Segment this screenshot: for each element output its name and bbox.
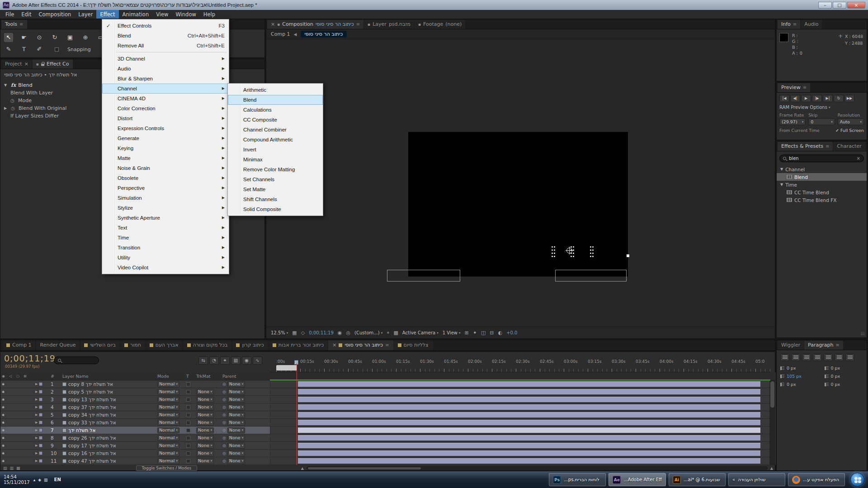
menubar-item[interactable]: Edit	[18, 10, 35, 19]
motion-blur-icon[interactable]: ◉	[242, 357, 251, 365]
timeline-horizontal-scrollbar[interactable]	[307, 466, 768, 470]
trkmat-dropdown[interactable]: None	[196, 397, 214, 403]
twirl-icon[interactable]: ▶	[35, 444, 38, 447]
effect-menu-category[interactable]: Channel ▶	[102, 84, 229, 94]
layer-duration-bar[interactable]	[298, 397, 760, 402]
layer-row[interactable]: ◉ ▶ 2 אל תשלח ידך copy 5 Normal None ◎No…	[0, 388, 776, 396]
in-out-pane-icon[interactable]: ▦	[16, 466, 20, 470]
twirl-icon[interactable]: ▶	[4, 106, 9, 110]
layer-lock-toggle[interactable]	[22, 427, 29, 434]
layer-name-cell[interactable]: אל תשלח ידך copy 34	[61, 411, 156, 418]
panel-menu-icon[interactable]: ≡	[803, 83, 807, 92]
parent-dropdown[interactable]: None	[227, 435, 245, 441]
blend-mode-dropdown[interactable]: Normal	[157, 420, 179, 426]
timeline-tab[interactable]: × כיתוב זכור ברית אבות ≡	[269, 340, 328, 350]
taskbar-illustrator-button[interactable]: Ai « ...ai* @ 6.שבועות	[669, 473, 726, 486]
layer-solo-toggle[interactable]	[15, 442, 22, 449]
taskbar-firefox-button[interactable]: « הפעלת אפקט ע...	[788, 473, 845, 486]
label-color-chip[interactable]	[39, 398, 42, 401]
channel-submenu-item[interactable]: Invert	[228, 145, 323, 155]
layer-solo-toggle[interactable]	[15, 434, 22, 441]
maximize-button[interactable]: □	[833, 2, 846, 9]
effect-menu-category[interactable]: Text ▶	[102, 223, 229, 233]
current-timecode[interactable]: 0;00;11;19	[4, 353, 56, 363]
frame-blending-icon[interactable]: ▧	[231, 357, 241, 365]
scrollbar-thumb[interactable]	[308, 467, 421, 469]
align-right-button[interactable]	[802, 354, 811, 361]
layer-lock-toggle[interactable]	[22, 380, 29, 388]
start-button[interactable]	[850, 473, 864, 487]
channel-submenu-item[interactable]: Solid Composite	[228, 204, 323, 214]
magnification-dropdown[interactable]: 12.5%▾	[271, 330, 288, 335]
effect-menu-category[interactable]: Obsolete ▶	[102, 173, 229, 183]
layer-row[interactable]: ◉ ▶ 10 אל תשלח ידך copy 16 Normal None ◎…	[0, 450, 776, 457]
parent-dropdown[interactable]: None	[227, 389, 245, 395]
play-button[interactable]: ▶	[801, 95, 811, 102]
layer-solo-toggle[interactable]	[15, 380, 22, 388]
layer-name-cell[interactable]: אל תשלח ידך copy 5	[61, 388, 156, 395]
effect-menu-category[interactable]: Blur & Sharpen ▶	[102, 74, 229, 84]
tab-tools[interactable]: Tools≡	[1, 20, 27, 29]
effect-menu-category[interactable]: Synthetic Aperture ▶	[102, 213, 229, 223]
layer-duration-bar[interactable]	[298, 458, 760, 464]
parent-dropdown[interactable]: None	[227, 381, 245, 387]
layer-solo-toggle[interactable]	[15, 411, 22, 418]
preserve-transparency-toggle[interactable]	[186, 421, 190, 425]
viewer-tab[interactable]: × ▪ Layer מזבח.psd ≡	[364, 20, 414, 29]
justify-last-left-button[interactable]	[813, 354, 822, 361]
effects-tree-row[interactable]: ▼ CC Time Blend FX	[777, 196, 867, 204]
pixel-aspect-icon[interactable]: ⊞	[465, 330, 469, 336]
first-line-indent-field[interactable]: 0 px	[780, 382, 819, 387]
scrollbar-thumb[interactable]	[770, 381, 774, 408]
label-color-chip[interactable]	[39, 436, 42, 440]
layer-track[interactable]	[270, 457, 776, 465]
exposure-value[interactable]: +0.0	[506, 330, 517, 335]
timeline-tab[interactable]: × ביום השלישי ≡	[80, 340, 120, 350]
timeline-tab[interactable]: × צלליות סיום ≡	[394, 340, 433, 350]
take-snapshot-icon[interactable]: ◉	[338, 330, 342, 336]
pickwhip-icon[interactable]: ◎	[222, 420, 226, 425]
toggle-switches-modes-button[interactable]: Toggle Switches / Modes	[136, 465, 198, 471]
label-color-chip[interactable]	[39, 451, 42, 455]
parent-dropdown[interactable]: None	[227, 427, 245, 433]
layer-solo-toggle[interactable]	[15, 419, 22, 426]
stopwatch-icon[interactable]: ◷	[10, 98, 16, 103]
parent-dropdown[interactable]: None	[227, 450, 245, 456]
label-color-chip[interactable]	[39, 405, 42, 409]
twirl-icon[interactable]: ▶	[35, 382, 38, 386]
layer-audio-toggle[interactable]	[8, 457, 15, 465]
anchor-point-icon[interactable]	[566, 248, 572, 253]
effects-tree-row[interactable]: ▼ Blend	[777, 173, 867, 181]
minimize-button[interactable]: –	[818, 2, 832, 9]
layer-audio-toggle[interactable]	[8, 450, 15, 457]
timeline-button-icon[interactable]: ◫	[481, 330, 486, 336]
text-layer-bounds[interactable]	[387, 270, 460, 282]
layer-visibility-toggle[interactable]: ◉	[0, 457, 8, 465]
layer-row[interactable]: ◉ ▶ 6 אל תשלח ידך copy 33 Normal None ◎N…	[0, 419, 776, 427]
zoom-tool-button[interactable]: ⊙	[35, 33, 44, 42]
parent-dropdown[interactable]: None	[227, 420, 245, 426]
timeline-vertical-scrollbar[interactable]	[769, 380, 775, 465]
show-snapshot-icon[interactable]: ◎	[346, 330, 350, 336]
layer-solo-toggle[interactable]	[15, 388, 22, 395]
blend-mode-dropdown[interactable]: Normal	[157, 458, 179, 464]
channel-submenu-item[interactable]: CC Composite	[228, 115, 323, 125]
tray-icon[interactable]: ▥	[44, 478, 48, 482]
tab-paragraph[interactable]: Paragraph≡	[804, 341, 843, 350]
effects-tree-row[interactable]: ▼ CC Time Blend	[777, 188, 867, 196]
graph-editor-icon[interactable]: ∿	[253, 357, 262, 365]
channel-submenu-item[interactable]: Set Channels	[228, 174, 323, 184]
layer-lock-toggle[interactable]	[22, 411, 29, 418]
timeline-tab[interactable]: × חמור ≡	[120, 340, 145, 350]
layer-visibility-toggle[interactable]: ◉	[0, 450, 8, 457]
effect-menu-category[interactable]: Expression Controls ▶	[102, 123, 229, 133]
layer-lock-toggle[interactable]	[22, 396, 29, 403]
menubar-item[interactable]: View	[152, 10, 172, 19]
channel-submenu-item[interactable]: Set Matte	[228, 184, 323, 194]
zoom-in-icon[interactable]: ▲	[770, 466, 773, 470]
preserve-transparency-toggle[interactable]	[186, 413, 190, 417]
blend-mode-dropdown[interactable]: Normal	[157, 404, 179, 410]
layer-solo-toggle[interactable]	[15, 450, 22, 457]
preserve-transparency-toggle[interactable]	[186, 382, 190, 386]
panel-menu-icon[interactable]: ≡	[19, 20, 23, 29]
